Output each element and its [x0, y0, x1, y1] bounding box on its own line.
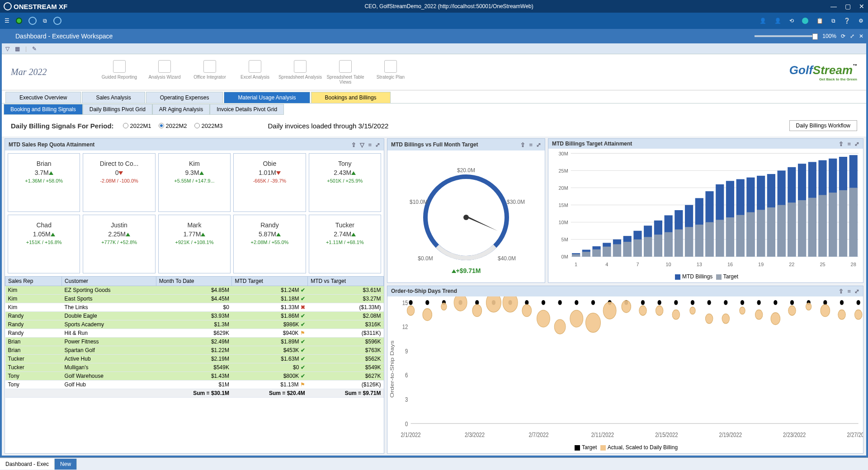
clipboard-icon[interactable]: 📋 — [816, 18, 823, 24]
help-icon[interactable]: ❔ — [844, 18, 850, 24]
period-radio-2022M3[interactable]: 2022M3 — [194, 122, 223, 129]
table-row[interactable]: TuckerMulligan's$549K$0 ✔$549K — [5, 363, 384, 372]
daily-billings-workflow-button[interactable]: Daily Billings Workflow — [789, 120, 857, 131]
settings2-icon[interactable]: ≡ — [847, 141, 851, 147]
col-month-to-date[interactable]: Month To Date — [156, 277, 232, 286]
svg-rect-50 — [685, 227, 693, 256]
status-circle-icon[interactable] — [53, 17, 61, 25]
quota-card-direct-to-co-[interactable]: Direct to Co...0-2.08M / -100.0% — [83, 153, 155, 212]
loading-icon[interactable]: ⟲ — [789, 18, 794, 24]
export-icon[interactable]: ⇪ — [839, 288, 844, 295]
hamburger-icon[interactable]: ☰ — [5, 18, 9, 24]
refresh-dash-icon[interactable]: ⟳ — [841, 33, 845, 39]
gauge-panel: MTD Billings vs Full Month Target ⇪≡⤢ $2… — [387, 138, 545, 283]
nav-spreadsheet-table-views[interactable]: Spreadsheet Table Views — [323, 60, 368, 85]
popout-icon[interactable]: ⤢ — [850, 33, 854, 39]
table-row[interactable]: KimEast Sports$4.45M$1.18M ✔$3.27M — [5, 295, 384, 303]
signals-title: Daily Billing Signals For Period: — [11, 122, 114, 130]
quota-card-mark[interactable]: Mark1.77M+921K / +108.1% — [158, 215, 231, 273]
settings2-icon[interactable]: ≡ — [847, 288, 851, 295]
minimize-icon[interactable]: — — [830, 3, 837, 10]
table-row[interactable]: RandySports Academy$1.3M$986K ✔$316K — [5, 320, 384, 329]
close-dash-icon[interactable]: ✕ — [859, 33, 863, 39]
user-icon[interactable]: 👤 — [760, 18, 766, 24]
quota-card-tucker[interactable]: Tucker2.74M+1.11M / +68.1% — [309, 215, 381, 273]
table-row[interactable]: BrianPower Fitness$2.49M$1.89M ✔$596K — [5, 338, 384, 346]
table-row[interactable]: KimEZ Sporting Goods$4.85M$1.24M ✔$3.61M — [5, 286, 384, 295]
table-row[interactable]: TonyGolf Warehouse$1.43M$800K ✔$627K — [5, 372, 384, 381]
nav-excel-analysis[interactable]: Excel Analysis — [232, 60, 278, 85]
col-mtd-vs-target[interactable]: MTD vs Target — [308, 277, 384, 286]
nav-analysis-wizard[interactable]: Analysis Wizard — [142, 60, 187, 85]
footer-tab-dashboard[interactable]: Dashboard - Exec — [0, 459, 55, 470]
expand-icon[interactable]: ⤢ — [854, 288, 859, 295]
footer-tab-new[interactable]: New — [55, 459, 77, 470]
col-mtd-target[interactable]: MTD Target — [232, 277, 308, 286]
export-icon[interactable]: ⇪ — [351, 141, 356, 148]
svg-point-97 — [407, 306, 415, 315]
settings-icon[interactable]: ⚙ — [859, 18, 863, 24]
quota-card-tony[interactable]: Tony2.43M+501K / +25.9% — [309, 153, 381, 212]
filter2-icon[interactable]: ▽ — [360, 141, 364, 148]
quota-card-kim[interactable]: Kim9.3M+5.55M / +147.9... — [158, 153, 231, 212]
table-row[interactable]: TonyGolf Hub$1M$1.13M ⚑($126K) — [5, 381, 384, 389]
expand-icon[interactable]: ⤢ — [375, 141, 380, 148]
subtab-ar-aging-analysis[interactable]: AR Aging Analysis — [152, 104, 210, 115]
settings2-icon[interactable]: ≡ — [368, 141, 372, 148]
svg-text:$0.0M: $0.0M — [418, 255, 433, 262]
nav-office-integrator[interactable]: Office Integrator — [187, 60, 232, 85]
export-icon[interactable]: ⇪ — [520, 141, 525, 148]
footer-tabs: Dashboard - Exec New — [0, 457, 868, 470]
tab-material-usage-analysis[interactable]: Material Usage Analysis — [224, 92, 310, 103]
window-icon[interactable]: ⧉ — [831, 18, 835, 24]
subtab-booking-and-billing-signals[interactable]: Booking and Billing Signals — [4, 104, 83, 115]
filter-icon[interactable]: ▽ — [5, 46, 9, 52]
nav-spreadsheet-analysis[interactable]: Spreadsheet Analysis — [278, 60, 323, 85]
tab-operating-expenses[interactable]: Operating Expenses — [146, 92, 223, 103]
table-row[interactable]: TuckerActive Hub$2.19M$1.63M ✔$562K — [5, 355, 384, 363]
settings2-icon[interactable]: ≡ — [529, 141, 533, 148]
quota-card-chad[interactable]: Chad1.05M+151K / +16.8% — [8, 215, 80, 273]
globe-icon[interactable] — [28, 17, 37, 25]
expand-icon[interactable]: ⤢ — [536, 141, 541, 148]
grid-icon[interactable]: ▦ — [15, 46, 20, 52]
status-green-icon[interactable] — [16, 18, 22, 24]
edit-icon[interactable]: ✎ — [32, 46, 37, 52]
export-icon[interactable]: ⇪ — [839, 141, 844, 147]
zoom-slider[interactable] — [755, 35, 818, 37]
quota-card-randy[interactable]: Randy5.87M+2.08M / +55.0% — [233, 215, 306, 273]
close-icon[interactable]: ✕ — [859, 3, 864, 10]
svg-text:13: 13 — [697, 261, 702, 267]
attainment-panel: MTD Billings Target Attainment ⇪≡⤢ 0M5M1… — [548, 138, 863, 283]
refresh-icon[interactable] — [802, 18, 808, 24]
table-row[interactable]: KimThe Links$0$1.33M ✖($1.33M) — [5, 303, 384, 312]
quota-card-justin[interactable]: Justin2.25M+777K / +52.8% — [83, 215, 155, 273]
col-sales-rep[interactable]: Sales Rep — [5, 277, 62, 286]
svg-point-118 — [591, 300, 595, 305]
maximize-icon[interactable]: ▢ — [845, 3, 851, 10]
svg-rect-62 — [736, 215, 745, 257]
user-alert-icon[interactable]: 👤 — [774, 18, 781, 24]
sales-rep-table[interactable]: Sales RepCustomerMonth To DateMTD Target… — [5, 276, 384, 398]
col-customer[interactable]: Customer — [62, 277, 156, 286]
table-row[interactable]: RandyHit & Run$629K$940K ⚑($311K) — [5, 329, 384, 338]
quota-card-obie[interactable]: Obie1.01M-665K / -39.7% — [233, 153, 306, 212]
table-row[interactable]: RandyDouble Eagle$3.93M$1.86M ✔$2.08M — [5, 312, 384, 320]
svg-point-114 — [558, 300, 561, 305]
quota-card-brian[interactable]: Brian3.7M+1.36M / +58.0% — [8, 153, 80, 212]
table-row[interactable]: BrianSpartan Golf$1.22M$453K ✔$763K — [5, 346, 384, 355]
nav-strategic-plan[interactable]: Strategic Plan — [368, 60, 413, 85]
svg-point-104 — [475, 300, 479, 305]
subtab-daily-billings-pivot-grid[interactable]: Daily Billings Pivot Grid — [83, 104, 152, 115]
period-radio-2022M1[interactable]: 2022M1 — [123, 122, 151, 129]
subtab-invoice-details-pivot-grid[interactable]: Invoice Details Pivot Grid — [210, 104, 284, 115]
period-radio-2022M2[interactable]: 2022M2 — [159, 122, 187, 129]
attainment-chart: 0M5M10M15M20M25M30M14710131619222528 — [548, 149, 863, 271]
svg-rect-45 — [665, 232, 673, 257]
copy-icon[interactable]: ⧉ — [43, 18, 47, 24]
nav-guided-reporting[interactable]: Guided Reporting — [97, 60, 142, 85]
tab-bookings-and-billings[interactable]: Bookings and Billings — [311, 92, 391, 103]
tab-executive-overview[interactable]: Executive Overview — [5, 92, 81, 103]
expand-icon[interactable]: ⤢ — [854, 141, 859, 147]
tab-sales-analysis[interactable]: Sales Analysis — [82, 92, 145, 103]
